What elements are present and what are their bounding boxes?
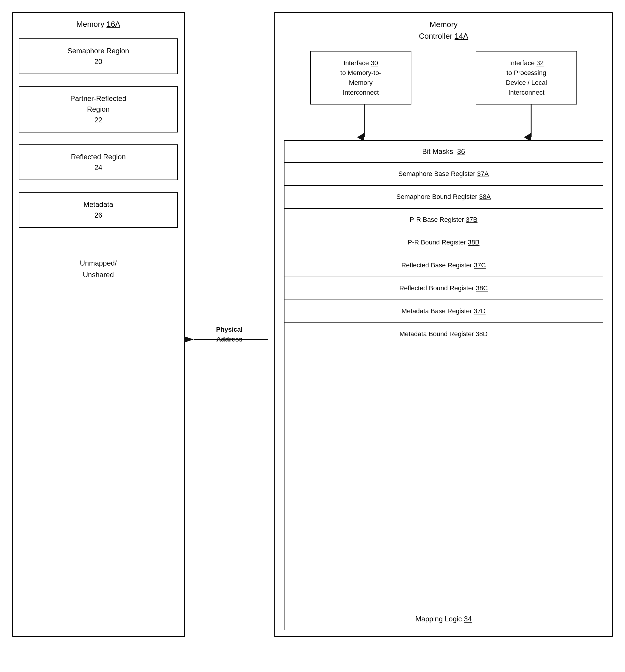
interface-30-box: Interface 30 to Memory-to-MemoryIntercon… xyxy=(310,51,411,104)
register-row-37b: P-R Base Register 37B xyxy=(284,209,603,232)
controller-id: 14A xyxy=(455,31,468,41)
interface-30-id: 30 xyxy=(371,59,378,67)
interface-32-id: 32 xyxy=(536,59,544,67)
partner-reflected-region-box: Partner-ReflectedRegion22 xyxy=(19,86,178,133)
register-row-38a: Semaphore Bound Register 38A xyxy=(284,186,603,209)
metadata-box: Metadata26 xyxy=(19,192,178,228)
register-row-37d: Metadata Base Register 37D xyxy=(284,300,603,323)
register-row-38b: P-R Bound Register 38B xyxy=(284,231,603,254)
register-row-37a: Semaphore Base Register 37A xyxy=(284,163,603,186)
mapping-logic-id: 34 xyxy=(464,615,472,623)
down-arrows-row xyxy=(284,104,603,140)
interface-32-box: Interface 32 to ProcessingDevice / Local… xyxy=(476,51,577,104)
reg-38b-id: 38B xyxy=(468,239,479,246)
arrow-area: PhysicalAddress xyxy=(185,12,274,637)
reg-38d-id: 38D xyxy=(476,330,488,338)
reflected-region-box: Reflected Region24 xyxy=(19,144,178,180)
reg-38c-id: 38C xyxy=(476,284,488,292)
physical-address-label: PhysicalAddress xyxy=(191,325,268,344)
reg-38a-id: 38A xyxy=(479,193,491,200)
register-row-38d: Metadata Bound Register 38D xyxy=(284,323,603,345)
reg-37b-id: 37B xyxy=(466,216,478,223)
register-row-37c: Reflected Base Register 37C xyxy=(284,254,603,277)
mapping-logic-row: Mapping Logic 34 xyxy=(284,608,603,630)
memory-id: 16A xyxy=(106,20,120,29)
controller-title: MemoryController 14A xyxy=(284,19,603,42)
bit-masks-row: Bit Masks 36 xyxy=(284,141,603,163)
reg-37d-id: 37D xyxy=(474,307,486,315)
semaphore-region-box: Semaphore Region20 xyxy=(19,39,178,74)
memory-title: Memory 16A xyxy=(19,19,178,29)
controller-inner: Bit Masks 36 Semaphore Base Register 37A… xyxy=(284,140,603,630)
controller-box: MemoryController 14A Interface 30 to Mem… xyxy=(274,12,613,637)
interfaces-row: Interface 30 to Memory-to-MemoryIntercon… xyxy=(284,51,603,104)
bit-masks-id: 36 xyxy=(457,147,465,155)
memory-box: Memory 16A Semaphore Region20 Partner-Re… xyxy=(12,12,185,637)
unmapped-label: Unmapped/Unshared xyxy=(19,258,178,281)
reg-37a-id: 37A xyxy=(477,170,489,177)
registers-list: Semaphore Base Register 37A Semaphore Bo… xyxy=(284,163,603,608)
diagram-container: Memory 16A Semaphore Region20 Partner-Re… xyxy=(12,12,613,660)
interface-arrows xyxy=(284,104,603,140)
register-row-38c: Reflected Bound Register 38C xyxy=(284,277,603,300)
reg-37c-id: 37C xyxy=(474,261,486,269)
